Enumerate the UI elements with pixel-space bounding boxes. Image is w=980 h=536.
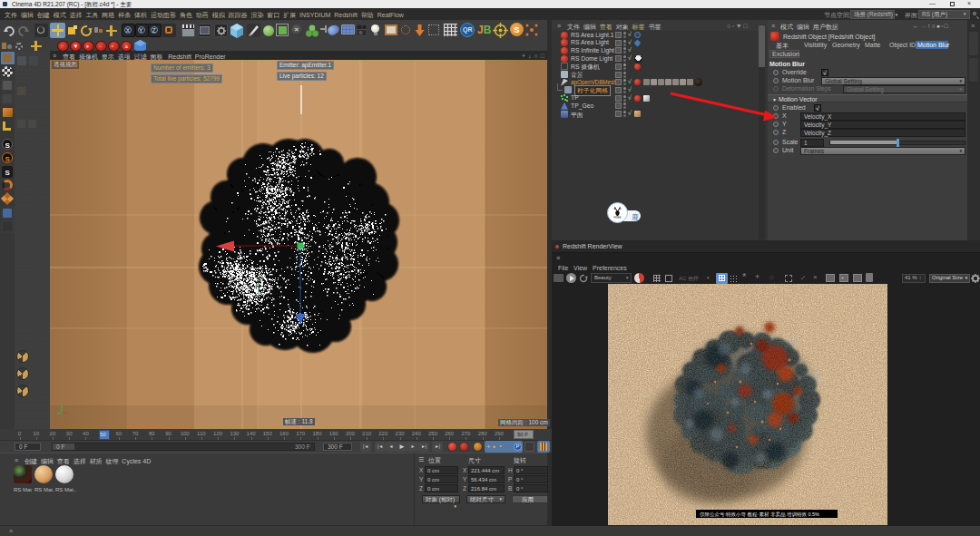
- svg-text:FREE: FREE: [613, 216, 622, 219]
- svg-text:仅限公众号:特效小哥 教程·素材 非卖品 培训特效 0.5%: 仅限公众号:特效小哥 教程·素材 非卖品 培训特效 0.5%: [700, 512, 819, 518]
